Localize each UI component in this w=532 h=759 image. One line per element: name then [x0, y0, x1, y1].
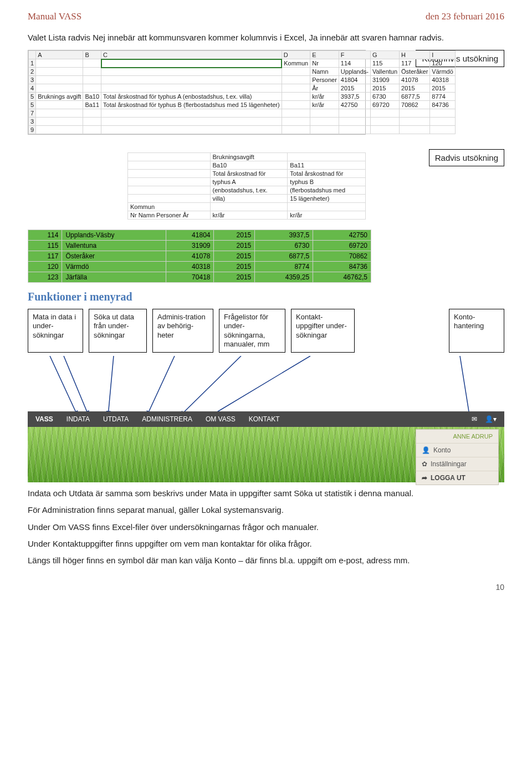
svg-line-3 [147, 356, 175, 416]
menu-description-boxes: Mata in data i under-sökningar Söka ut d… [28, 309, 504, 353]
vass-header-screenshot: VASS INDATA UTDATA ADMINISTRERA OM VASS … [28, 411, 504, 482]
label-radvis: Radvis utsökning [429, 149, 504, 166]
person-icon: 👤 [422, 446, 430, 454]
user-name: ANNE ADRUP [416, 430, 498, 443]
arrows-to-menu [28, 356, 504, 417]
box-konto: Konto-hantering [449, 309, 504, 353]
box-soka-ut: Söka ut data från under-sökningar [89, 309, 147, 353]
logout-icon: ➦ [422, 474, 427, 482]
user-menu-logga-ut[interactable]: ➦ LOGGA UT [416, 471, 498, 485]
user-icon[interactable]: 👤▾ [485, 415, 497, 423]
menu-kontakt[interactable]: KONTAKT [249, 415, 280, 423]
heading-funktioner: Funktioner i menyrad [28, 291, 504, 303]
page-number: 10 [28, 583, 504, 592]
para-4: Under Kontaktuppgifter finns uppgifter o… [28, 538, 504, 549]
menu-om-vass[interactable]: OM VASS [206, 415, 236, 423]
svg-line-4 [180, 356, 241, 416]
gear-icon: ✿ [422, 460, 427, 468]
menu-administrera[interactable]: ADMINISTRERA [142, 415, 192, 423]
header-right: den 23 februari 2016 [426, 11, 504, 22]
svg-line-5 [211, 356, 310, 416]
intro-paragraph: Valet Lista radvis Nej innebär att kommu… [28, 32, 504, 43]
svg-line-2 [108, 356, 114, 416]
para-1: Indata och Utdata är samma som beskrivs … [28, 488, 504, 499]
menu-utdata[interactable]: UTDATA [103, 415, 129, 423]
box-administration: Adminis-tration av behörig-heter [152, 309, 213, 353]
user-dropdown: ANNE ADRUP 👤 Konto ✿ Inställningar ➦ LOG… [416, 429, 499, 485]
envelope-icon[interactable]: ✉ [472, 415, 477, 423]
menubar-brand: VASS [35, 415, 53, 423]
box-mata-in: Mata in data i under-sökningar [28, 309, 83, 353]
svg-line-0 [50, 356, 78, 416]
svg-line-1 [64, 356, 89, 416]
user-menu-konto[interactable]: 👤 Konto [416, 443, 498, 457]
excel-radvis-header: BrukningsavgiftBa10Ba11Total årskostnad … [127, 152, 366, 220]
header-left: Manual VASS [28, 11, 81, 22]
menu-indata[interactable]: INDATA [66, 415, 90, 423]
excel-kolumnvis: ABCDEFGHI1KommunNr1141151171202NamnUppla… [28, 50, 366, 135]
user-menu-installningar[interactable]: ✿ Inställningar [416, 457, 498, 471]
box-fragelistor: Frågelistor för under-sökningarna, manua… [219, 309, 285, 353]
vass-menubar: VASS INDATA UTDATA ADMINISTRERA OM VASS … [28, 411, 504, 427]
page-header: Manual VASS den 23 februari 2016 [28, 11, 504, 22]
para-2: För Administration finns separat manual,… [28, 505, 504, 516]
box-kontakt: Kontakt-uppgifter under-sökningar [291, 309, 355, 353]
excel-radvis-data: 114Upplands-Väsby4180420153937,542750115… [28, 230, 371, 283]
para-5: Längs till höger finns en symbol där man… [28, 555, 504, 566]
para-3: Under Om VASS finns Excel-filer över und… [28, 522, 504, 533]
